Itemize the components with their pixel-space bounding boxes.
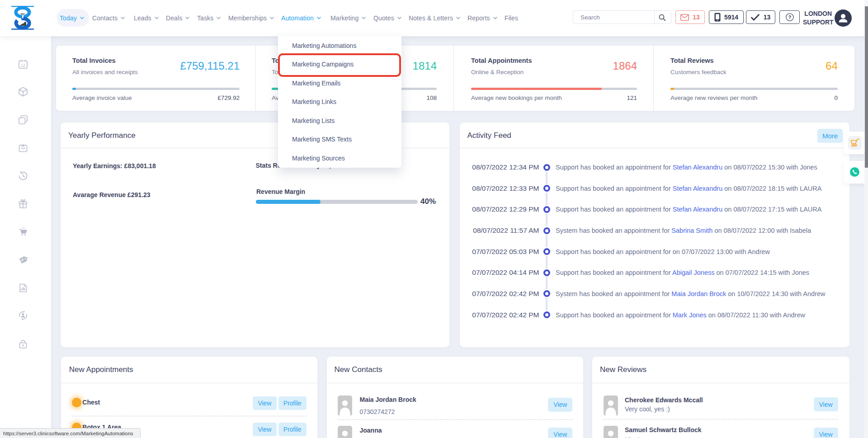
svg-text:?: ? xyxy=(788,14,791,20)
svg-text:12: 12 xyxy=(21,63,25,67)
